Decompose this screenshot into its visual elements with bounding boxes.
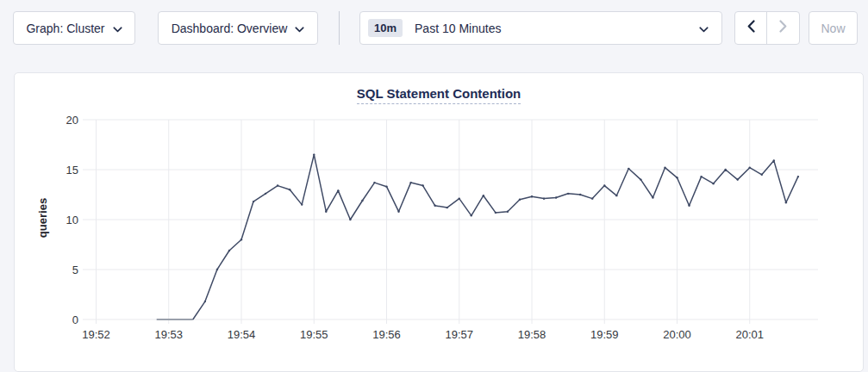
graph-dropdown[interactable]: Graph: Cluster [13, 11, 135, 45]
chevron-left-icon [747, 20, 755, 36]
next-time-button[interactable] [767, 12, 799, 44]
svg-text:19:59: 19:59 [590, 328, 619, 341]
toolbar-divider [339, 11, 340, 45]
chart-card: SQL Statement Contention 0510152019:5219… [14, 72, 864, 372]
chevron-right-icon [779, 20, 787, 36]
time-range-dropdown[interactable]: 10m Past 10 Minutes [359, 11, 722, 45]
svg-text:5: 5 [72, 264, 78, 276]
svg-text:19:53: 19:53 [154, 328, 183, 341]
time-range-badge: 10m [368, 19, 403, 37]
time-step-button-group [734, 11, 800, 45]
time-range-label: Past 10 Minutes [415, 22, 699, 35]
svg-text:10: 10 [66, 214, 78, 226]
line-chart-plot-area[interactable]: 0510152019:5219:5319:5419:5519:5619:5719… [15, 73, 865, 372]
dashboard-dropdown-label: Dashboard: Overview [172, 22, 288, 35]
svg-text:15: 15 [66, 164, 78, 177]
svg-text:19:54: 19:54 [228, 328, 256, 341]
now-button[interactable]: Now [809, 11, 858, 45]
svg-text:0: 0 [72, 313, 78, 326]
svg-text:20:01: 20:01 [735, 328, 764, 341]
svg-text:19:57: 19:57 [445, 328, 473, 341]
svg-text:19:52: 19:52 [82, 328, 110, 341]
chevron-down-icon [699, 21, 709, 36]
svg-text:19:58: 19:58 [518, 328, 546, 341]
metrics-page: { "toolbar": { "graph_button_label": "Gr… [0, 0, 868, 372]
dashboard-dropdown[interactable]: Dashboard: Overview [158, 11, 318, 45]
svg-text:19:56: 19:56 [372, 328, 401, 341]
graph-dropdown-label: Graph: Cluster [26, 22, 104, 35]
svg-text:queries: queries [36, 198, 49, 238]
previous-time-button[interactable] [735, 12, 767, 44]
chevron-down-icon [295, 22, 304, 35]
chevron-down-icon [113, 22, 122, 35]
now-button-label: Now [821, 22, 845, 35]
svg-text:19:55: 19:55 [300, 328, 328, 341]
svg-text:20:00: 20:00 [663, 328, 691, 341]
svg-text:20: 20 [66, 114, 78, 127]
